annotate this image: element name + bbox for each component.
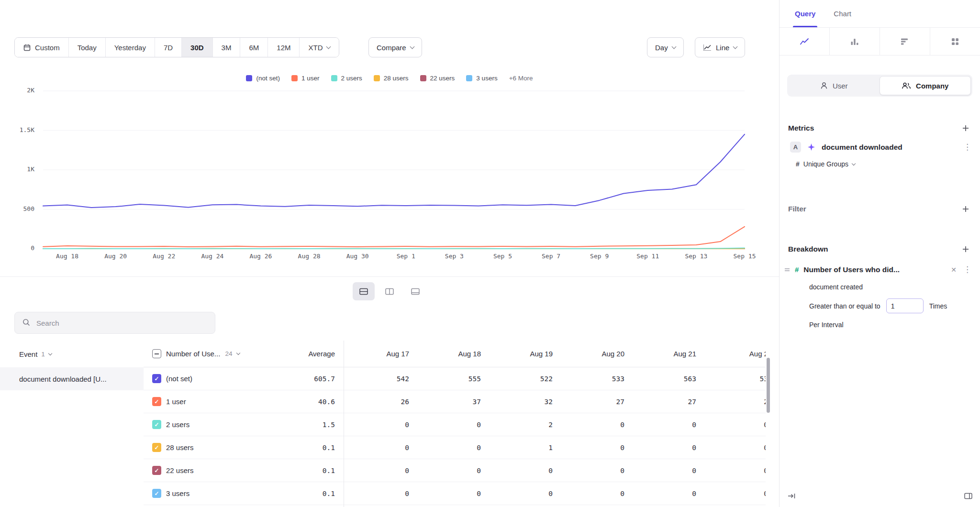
visualization-type-tabs bbox=[780, 28, 980, 55]
legend-swatch bbox=[246, 75, 252, 81]
viz-line-tab[interactable] bbox=[780, 28, 830, 55]
row-checkbox[interactable]: ✓ bbox=[152, 443, 161, 452]
viz-metric-grid-tab[interactable] bbox=[930, 28, 980, 55]
line-chart-icon bbox=[703, 44, 712, 51]
range-xtd[interactable]: XTD bbox=[300, 38, 339, 57]
cell-value: 563 bbox=[631, 375, 702, 383]
event-item[interactable]: document downloaded [U... bbox=[0, 367, 144, 390]
range-7d[interactable]: 7D bbox=[155, 38, 182, 57]
layout-split-vertical-button[interactable] bbox=[379, 282, 401, 300]
cell-value: 2 bbox=[702, 398, 766, 406]
query-panel: Query Chart bbox=[779, 0, 980, 507]
event-header-label: Event bbox=[19, 350, 37, 358]
column-header-date[interactable]: Aug 17 bbox=[344, 350, 415, 358]
range-custom[interactable]: Custom bbox=[15, 38, 69, 57]
tab-chart[interactable]: Chart bbox=[834, 0, 851, 27]
cell-average: 0.1 bbox=[268, 467, 344, 474]
tab-query[interactable]: Query bbox=[795, 0, 815, 27]
event-column-header[interactable]: Event 1 bbox=[0, 341, 144, 367]
granularity-button[interactable]: Day bbox=[647, 37, 684, 57]
layout-toggle-group bbox=[0, 282, 779, 300]
legend-item[interactable]: 2 users bbox=[331, 75, 362, 82]
column-header-date[interactable]: Aug 2 bbox=[702, 350, 766, 358]
drag-handle-icon[interactable] bbox=[784, 267, 790, 272]
metric-menu-icon[interactable]: ⋮ bbox=[961, 142, 973, 152]
row-checkbox[interactable]: ✓ bbox=[152, 374, 161, 383]
breakdown-per-interval[interactable]: Per Interval bbox=[809, 321, 973, 329]
x-tick-label: Aug 18 bbox=[56, 253, 78, 260]
column-header-date[interactable]: Aug 21 bbox=[631, 350, 702, 358]
cell-value: 0 bbox=[487, 467, 559, 474]
legend-item[interactable]: 22 users bbox=[420, 75, 455, 82]
column-header-date[interactable]: Aug 18 bbox=[415, 350, 487, 358]
column-header-date[interactable]: Aug 19 bbox=[487, 350, 559, 358]
add-breakdown-button[interactable] bbox=[960, 243, 971, 255]
breakdown-condition[interactable]: Greater than or equal to bbox=[809, 302, 880, 310]
breakdown-menu-icon[interactable]: ⋮ bbox=[961, 265, 973, 275]
entity-user-option[interactable]: User bbox=[789, 76, 880, 95]
range-30d[interactable]: 30D bbox=[182, 38, 213, 57]
legend-more[interactable]: +6 More bbox=[509, 75, 533, 82]
cell-value: 37 bbox=[415, 398, 487, 406]
filter-title: Filter bbox=[788, 205, 806, 213]
row-checkbox[interactable]: ✓ bbox=[152, 420, 161, 429]
entity-company-label: Company bbox=[916, 82, 948, 90]
chart-type-button[interactable]: Line bbox=[695, 37, 745, 57]
layout-split-horizontal-button[interactable] bbox=[353, 282, 375, 300]
breakdown-value-input[interactable] bbox=[886, 298, 924, 313]
panel-bottom-bar bbox=[780, 485, 980, 507]
range-yesterday[interactable]: Yesterday bbox=[106, 38, 155, 57]
group-column-label[interactable]: Number of Use... bbox=[166, 350, 220, 358]
series-line[interactable] bbox=[43, 248, 745, 249]
search-box bbox=[14, 312, 215, 334]
toggle-sidebar-icon[interactable] bbox=[964, 493, 972, 499]
cell-value: 53 bbox=[702, 375, 766, 383]
column-header-date[interactable]: Aug 20 bbox=[559, 350, 631, 358]
chart-legend: (not set)1 user2 users28 users22 users3 … bbox=[0, 75, 779, 82]
compare-button[interactable]: Compare bbox=[368, 37, 422, 57]
table-scrollbar[interactable] bbox=[767, 358, 770, 413]
legend-item[interactable]: 1 user bbox=[291, 75, 320, 82]
legend-item[interactable]: (not set) bbox=[246, 75, 280, 82]
cell-value: 0 bbox=[631, 444, 702, 452]
series-line[interactable] bbox=[43, 227, 745, 247]
row-checkbox[interactable]: ✓ bbox=[152, 397, 161, 406]
series-line[interactable] bbox=[43, 134, 745, 208]
chevron-down-icon bbox=[326, 44, 331, 49]
legend-item[interactable]: 28 users bbox=[374, 75, 409, 82]
event-list: Event 1 document downloaded [U... bbox=[0, 341, 144, 507]
metric-name[interactable]: document downloaded bbox=[822, 143, 955, 152]
range-3m[interactable]: 3M bbox=[213, 38, 241, 57]
search-input[interactable] bbox=[35, 319, 207, 328]
cell-value: 0 bbox=[344, 490, 415, 497]
row-checkbox[interactable]: ✓ bbox=[152, 466, 161, 475]
legend-label: 1 user bbox=[301, 75, 320, 82]
legend-label: (not set) bbox=[256, 75, 280, 82]
entity-toggle: User Company bbox=[787, 75, 972, 97]
range-12m[interactable]: 12M bbox=[268, 38, 300, 57]
add-metric-button[interactable] bbox=[960, 122, 971, 134]
row-label: 22 users bbox=[166, 466, 194, 474]
collapse-panel-icon[interactable] bbox=[787, 492, 796, 500]
cell-value: 26 bbox=[344, 398, 415, 406]
x-tick-label: Sep 7 bbox=[542, 253, 560, 260]
viz-bar-tab[interactable] bbox=[830, 28, 880, 55]
x-tick-label: Sep 1 bbox=[397, 253, 415, 260]
close-icon[interactable]: ✕ bbox=[951, 266, 957, 274]
chevron-down-icon bbox=[236, 351, 240, 355]
viz-horizontal-bar-tab[interactable] bbox=[880, 28, 930, 55]
range-6m[interactable]: 6M bbox=[240, 38, 268, 57]
legend-item[interactable]: 3 users bbox=[466, 75, 497, 82]
aggregation-selector[interactable]: # Unique Groups bbox=[796, 160, 973, 168]
row-checkbox[interactable]: ✓ bbox=[152, 489, 161, 498]
column-header-average[interactable]: Average bbox=[268, 350, 344, 358]
breakdown-card-title[interactable]: Number of Users who did... bbox=[803, 265, 900, 274]
cell-average: 0.1 bbox=[268, 490, 344, 497]
range-today[interactable]: Today bbox=[69, 38, 106, 57]
layout-bottom-panel-button[interactable] bbox=[404, 282, 426, 300]
select-all-checkbox[interactable] bbox=[152, 349, 161, 358]
add-filter-button[interactable] bbox=[960, 203, 971, 215]
breakdown-section-header: Breakdown bbox=[788, 243, 971, 255]
row-label: (not set) bbox=[166, 375, 192, 383]
entity-company-option[interactable]: Company bbox=[880, 76, 971, 95]
